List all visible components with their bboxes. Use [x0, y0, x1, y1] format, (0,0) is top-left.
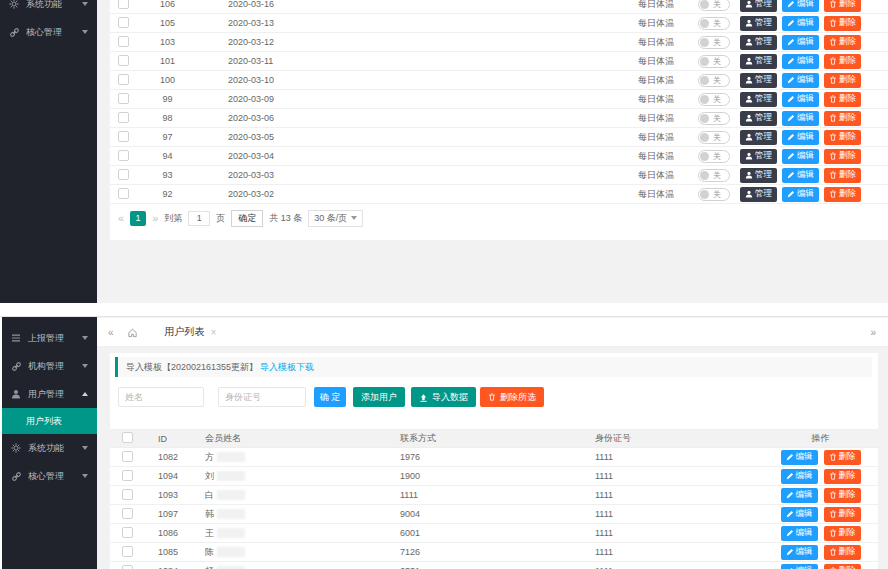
row-checkbox[interactable] [122, 527, 133, 538]
status-toggle[interactable]: 关 [698, 17, 730, 30]
row-checkbox[interactable] [118, 169, 129, 180]
idcard-search-input[interactable] [218, 387, 306, 407]
status-toggle[interactable]: 关 [698, 131, 730, 144]
edit-button[interactable]: 编辑 [782, 35, 819, 50]
status-toggle[interactable]: 关 [698, 74, 730, 87]
page-size-select[interactable]: 30 条/页 [308, 210, 363, 227]
status-toggle[interactable]: 关 [698, 188, 730, 201]
sidebar-bottom-item[interactable]: 用户管理 [2, 380, 97, 408]
pagination-next[interactable]: » [152, 212, 158, 224]
row-checkbox[interactable] [118, 55, 129, 66]
delete-button[interactable]: 删除 [824, 149, 861, 164]
row-checkbox[interactable] [118, 36, 129, 47]
template-download-link[interactable]: 导入模板下载 [260, 361, 314, 374]
status-toggle[interactable]: 关 [698, 112, 730, 125]
status-toggle[interactable]: 关 [698, 93, 730, 106]
row-checkbox[interactable] [118, 150, 129, 161]
edit-button[interactable]: 编辑 [781, 469, 818, 484]
manage-button[interactable]: 管理 [740, 35, 777, 50]
add-user-button[interactable]: 添加用户 [353, 387, 405, 407]
tab-user-list[interactable]: 用户列表 × [155, 318, 227, 346]
delete-button[interactable]: 删除 [824, 73, 861, 88]
edit-button[interactable]: 编辑 [782, 54, 819, 69]
delete-button[interactable]: 删除 [824, 450, 861, 465]
row-checkbox[interactable] [122, 546, 133, 557]
row-checkbox[interactable] [118, 0, 129, 9]
delete-button[interactable]: 删除 [824, 545, 861, 560]
edit-button[interactable]: 编辑 [781, 545, 818, 560]
edit-button[interactable]: 编辑 [782, 73, 819, 88]
edit-button[interactable]: 编辑 [782, 111, 819, 126]
row-checkbox[interactable] [122, 565, 133, 569]
row-checkbox[interactable] [118, 131, 129, 142]
edit-button[interactable]: 编辑 [782, 92, 819, 107]
pagination-confirm-button[interactable]: 确定 [231, 210, 263, 227]
sidebar-bottom-item[interactable]: 上报管理 [2, 324, 97, 352]
row-checkbox[interactable] [122, 489, 133, 500]
delete-button[interactable]: 删除 [824, 35, 861, 50]
edit-button[interactable]: 编辑 [781, 564, 818, 569]
sidebar-bottom-item[interactable]: 机构管理 [2, 352, 97, 380]
sidebar-top-item[interactable]: 系统功能 [0, 0, 97, 18]
delete-button[interactable]: 删除 [824, 564, 861, 569]
delete-button[interactable]: 删除 [824, 130, 861, 145]
row-checkbox[interactable] [118, 188, 129, 199]
manage-button[interactable]: 管理 [740, 187, 777, 202]
sidebar-bottom-item[interactable]: 系统功能 [2, 434, 97, 462]
delete-button[interactable]: 删除 [824, 469, 861, 484]
delete-button[interactable]: 删除 [824, 92, 861, 107]
delete-button[interactable]: 删除 [824, 526, 861, 541]
status-toggle[interactable]: 关 [698, 55, 730, 68]
row-checkbox[interactable] [122, 508, 133, 519]
search-confirm-button[interactable]: 确 定 [314, 387, 346, 407]
delete-button[interactable]: 删除 [824, 0, 861, 12]
edit-button[interactable]: 编辑 [781, 526, 818, 541]
delete-button[interactable]: 删除 [824, 507, 861, 522]
sidebar-bottom-item[interactable]: 核心管理 [2, 462, 97, 490]
row-checkbox[interactable] [118, 112, 129, 123]
collapse-sidebar-icon[interactable]: « [108, 327, 114, 338]
row-checkbox[interactable] [118, 74, 129, 85]
import-data-button[interactable]: 导入数据 [411, 387, 476, 407]
edit-button[interactable]: 编辑 [782, 149, 819, 164]
delete-button[interactable]: 删除 [824, 54, 861, 69]
pagination-jump-input[interactable] [188, 211, 210, 226]
manage-button[interactable]: 管理 [740, 92, 777, 107]
manage-button[interactable]: 管理 [740, 149, 777, 164]
edit-button[interactable]: 编辑 [782, 16, 819, 31]
delete-selected-button[interactable]: 删除所选 [480, 387, 544, 407]
select-all-checkbox[interactable] [122, 432, 133, 443]
home-icon[interactable] [127, 327, 138, 338]
status-toggle[interactable]: 关 [698, 0, 730, 11]
row-checkbox[interactable] [118, 17, 129, 28]
edit-button[interactable]: 编辑 [782, 0, 819, 12]
sidebar-bottom-active-item[interactable]: 用户列表 [2, 408, 97, 434]
manage-button[interactable]: 管理 [740, 168, 777, 183]
manage-button[interactable]: 管理 [740, 0, 777, 12]
status-toggle[interactable]: 关 [698, 36, 730, 49]
edit-button[interactable]: 编辑 [781, 450, 818, 465]
delete-button[interactable]: 删除 [824, 488, 861, 503]
expand-tabs-icon[interactable]: » [870, 327, 876, 338]
manage-button[interactable]: 管理 [740, 130, 777, 145]
delete-button[interactable]: 删除 [824, 168, 861, 183]
name-search-input[interactable] [118, 387, 204, 407]
edit-button[interactable]: 编辑 [782, 130, 819, 145]
delete-button[interactable]: 删除 [824, 16, 861, 31]
status-toggle[interactable]: 关 [698, 169, 730, 182]
delete-button[interactable]: 删除 [824, 111, 861, 126]
status-toggle[interactable]: 关 [698, 150, 730, 163]
delete-button[interactable]: 删除 [824, 187, 861, 202]
edit-button[interactable]: 编辑 [781, 507, 818, 522]
row-checkbox[interactable] [118, 93, 129, 104]
pagination-prev[interactable]: « [118, 212, 124, 224]
manage-button[interactable]: 管理 [740, 16, 777, 31]
pagination-current-page[interactable]: 1 [130, 211, 146, 226]
edit-button[interactable]: 编辑 [782, 168, 819, 183]
manage-button[interactable]: 管理 [740, 111, 777, 126]
close-icon[interactable]: × [211, 327, 217, 338]
row-checkbox[interactable] [122, 470, 133, 481]
manage-button[interactable]: 管理 [740, 73, 777, 88]
manage-button[interactable]: 管理 [740, 54, 777, 69]
edit-button[interactable]: 编辑 [781, 488, 818, 503]
